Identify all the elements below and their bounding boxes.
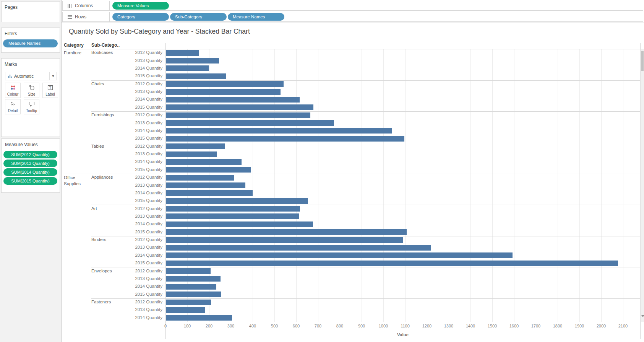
subcategory-row-label[interactable]: Envelopes [91,269,112,273]
mark-button-tooltip[interactable]: Tooltip [24,99,39,114]
quantity-bar[interactable] [166,307,205,313]
filter-pill[interactable]: Measure Names [3,39,58,47]
dimension-pill[interactable]: Category [112,13,169,21]
subcategory-row-label[interactable]: Fasteners [91,300,111,304]
measure-pill[interactable]: Measure Values [112,2,169,10]
subcategory-row-label[interactable]: Furnishings [91,112,114,117]
filters-shelf[interactable]: Filters Measure Names [1,28,60,53]
columns-shelf[interactable]: Columns Measure Values [62,1,643,11]
year-row-label[interactable]: 2012 Quantity [118,112,162,117]
year-row-label[interactable]: 2014 Quantity [118,315,162,320]
measure-value-pill[interactable]: SUM(2015 Quantity) [3,177,57,185]
mark-button-label[interactable]: TLabel [42,83,58,98]
measure-values-card[interactable]: Measure Values SUM(2012 Quantity)SUM(201… [1,138,60,193]
vertical-scrollbar-thumb[interactable] [641,51,644,71]
category-row-label[interactable]: Furniture [64,50,90,56]
quantity-bar[interactable] [166,151,217,157]
quantity-bar[interactable] [166,120,334,126]
quantity-bar[interactable] [166,198,308,204]
subcategory-column-header[interactable]: Sub-Catego.. [91,42,120,48]
year-row-label[interactable]: 2014 Quantity [118,284,162,288]
subcategory-row-label[interactable]: Tables [91,144,104,148]
year-row-label[interactable]: 2015 Quantity [118,105,162,109]
subcategory-row-label[interactable]: Chairs [91,81,104,86]
quantity-bar[interactable] [166,81,284,87]
quantity-bar[interactable] [166,159,242,165]
quantity-bar[interactable] [166,276,221,282]
quantity-bar[interactable] [166,252,513,258]
measure-value-pill[interactable]: SUM(2014 Quantity) [3,168,57,176]
scrollbar-down-arrow-icon[interactable] [641,315,644,317]
quantity-bar[interactable] [166,175,234,181]
year-row-label[interactable]: 2015 Quantity [118,167,162,172]
year-row-label[interactable]: 2014 Quantity [118,253,162,257]
quantity-bar[interactable] [166,229,407,235]
quantity-bar[interactable] [166,268,211,274]
year-row-label[interactable]: 2012 Quantity [118,81,162,86]
quantity-bar[interactable] [166,292,221,297]
pages-shelf[interactable]: Pages [1,1,60,22]
quantity-bar[interactable] [166,221,313,227]
year-row-label[interactable]: 2015 Quantity [118,292,162,296]
dimension-pill[interactable]: Sub-Category [170,13,227,21]
year-row-label[interactable]: 2014 Quantity [118,128,162,133]
quantity-bar[interactable] [166,284,216,290]
year-row-label[interactable]: 2015 Quantity [118,198,162,203]
year-row-label[interactable]: 2013 Quantity [118,89,162,94]
chevron-down-icon[interactable]: ▼ [49,72,57,80]
quantity-bar[interactable] [166,89,281,95]
quantity-bar[interactable] [166,182,245,188]
year-row-label[interactable]: 2012 Quantity [118,300,162,304]
quantity-bar[interactable] [166,104,313,110]
subcategory-row-label[interactable]: Binders [91,237,106,242]
quantity-bar[interactable] [166,261,618,266]
year-row-label[interactable]: 2012 Quantity [118,175,162,179]
year-row-label[interactable]: 2013 Quantity [118,121,162,125]
year-row-label[interactable]: 2013 Quantity [118,276,162,281]
category-column-header[interactable]: Category [64,42,84,48]
vertical-scrollbar-track[interactable] [641,49,644,322]
year-row-label[interactable]: 2014 Quantity [118,191,162,195]
year-row-label[interactable]: 2013 Quantity [118,151,162,156]
dimension-pill[interactable]: Measure Names [228,13,284,21]
quantity-bar[interactable] [166,300,211,305]
year-row-label[interactable]: 2013 Quantity [118,307,162,312]
quantity-bar[interactable] [166,237,403,243]
year-row-label[interactable]: 2014 Quantity [118,66,162,70]
quantity-bar[interactable] [166,112,310,118]
quantity-bar[interactable] [166,143,225,149]
year-row-label[interactable]: 2015 Quantity [118,136,162,140]
quantity-bar[interactable] [166,65,209,71]
quantity-bar[interactable] [166,97,300,103]
year-row-label[interactable]: 2015 Quantity [118,261,162,265]
quantity-bar[interactable] [166,206,300,212]
quantity-bar[interactable] [166,315,232,321]
mark-button-size[interactable]: Size [24,83,39,98]
year-row-label[interactable]: 2012 Quantity [118,269,162,273]
mark-type-dropdown[interactable]: Automatic ▼ [5,72,57,80]
year-row-label[interactable]: 2015 Quantity [118,230,162,234]
year-row-label[interactable]: 2013 Quantity [118,58,162,63]
subcategory-row-label[interactable]: Art [91,206,97,211]
chart-title[interactable]: Quantity Sold by Sub-Category and Year -… [69,28,250,36]
mark-button-detail[interactable]: Detail [5,99,21,114]
quantity-bar[interactable] [166,190,253,196]
year-row-label[interactable]: 2013 Quantity [118,183,162,187]
quantity-bar[interactable] [166,213,299,219]
mark-button-colour[interactable]: Colour [5,83,21,98]
year-row-label[interactable]: 2014 Quantity [118,159,162,164]
year-row-label[interactable]: 2013 Quantity [118,214,162,218]
year-row-label[interactable]: 2013 Quantity [118,245,162,249]
subcategory-row-label[interactable]: Appliances [91,175,113,179]
quantity-bar[interactable] [166,50,199,56]
quantity-bar[interactable] [166,73,226,79]
year-row-label[interactable]: 2014 Quantity [118,97,162,101]
year-row-label[interactable]: 2012 Quantity [118,144,162,148]
quantity-bar[interactable] [166,136,404,142]
quantity-bar[interactable] [166,58,219,64]
quantity-bar[interactable] [166,128,392,134]
year-row-label[interactable]: 2012 Quantity [118,206,162,211]
quantity-bar[interactable] [166,167,251,173]
rows-shelf[interactable]: Rows CategorySub-CategoryMeasure Names [62,12,643,22]
category-row-label[interactable]: Office Supplies [64,174,90,187]
